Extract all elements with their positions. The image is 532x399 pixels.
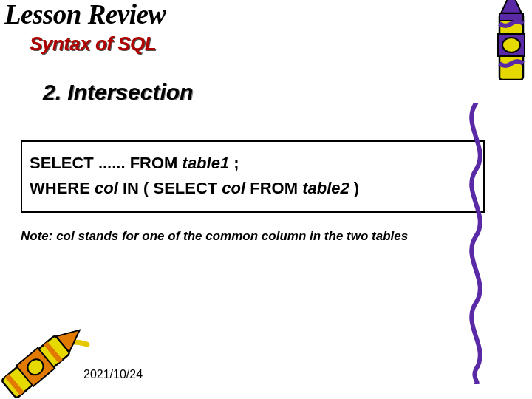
code-ident-col: col — [95, 179, 118, 197]
code-text: SELECT ...... FROM — [30, 154, 183, 172]
code-line-1: SELECT ...... FROM table1 ; — [30, 151, 476, 176]
code-ident-table1: table1 — [183, 154, 230, 172]
sql-code-box: SELECT ...... FROM table1 ; WHERE col IN… — [21, 140, 485, 213]
code-text: IN ( SELECT — [118, 179, 222, 197]
slide-subtitle: Syntax of SQL — [30, 33, 156, 55]
crayon-yellow-icon — [0, 319, 98, 399]
code-ident-col: col — [222, 179, 245, 197]
code-ident-table2: table2 — [302, 179, 349, 197]
code-text: ; — [229, 154, 239, 172]
section-heading: 2. Intersection — [43, 80, 193, 105]
slide: Lesson Review Syntax of SQL 2. Intersect… — [0, 0, 532, 399]
code-line-2: WHERE col IN ( SELECT col FROM table2 ) — [30, 176, 476, 201]
code-text: FROM — [245, 179, 302, 197]
squiggle-purple-icon — [458, 103, 494, 387]
svg-point-4 — [502, 38, 520, 52]
slide-title: Lesson Review — [4, 0, 166, 30]
note-text: Note: col stands for one of the common c… — [21, 229, 408, 244]
code-text: ) — [349, 179, 359, 197]
crayon-purple-icon — [489, 0, 532, 80]
code-text: WHERE — [30, 179, 95, 197]
svg-marker-0 — [501, 0, 522, 13]
